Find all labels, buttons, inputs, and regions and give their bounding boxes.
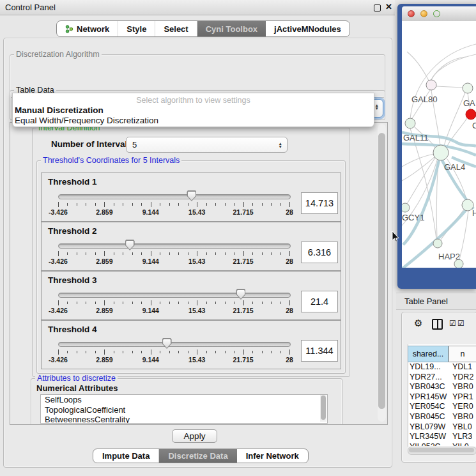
- table-row[interactable]: YIL052CYIL0: [408, 442, 476, 446]
- attribute-item-topologicalcoefficient[interactable]: TopologicalCoefficient: [41, 405, 327, 415]
- table-row[interactable]: YBR043CYBR0: [408, 382, 476, 392]
- close-traffic-light-icon[interactable]: [408, 10, 415, 17]
- mouse-cursor: [392, 231, 399, 243]
- combo-arrows-icon: ▲▼: [375, 104, 379, 110]
- slider-ticks: [58, 300, 289, 306]
- slider-track[interactable]: [58, 293, 291, 298]
- bottom-tab-bar: Impute DataDiscretize DataInfer Network: [93, 449, 309, 463]
- cell-shared-name: YBR045C: [408, 412, 449, 422]
- algorithm-option-manual-discretization[interactable]: Manual Discretization: [15, 105, 104, 115]
- tab-cyni-toolbox[interactable]: Cyni Toolbox: [197, 21, 266, 36]
- cell-name: YDL1: [449, 362, 472, 372]
- apply-button[interactable]: Apply: [172, 429, 217, 443]
- cell-shared-name: YPR145W: [408, 392, 449, 403]
- network-icon: [65, 25, 73, 33]
- slider-thumb[interactable]: [236, 289, 245, 300]
- cell-name: YDR2: [449, 372, 473, 383]
- bottom-tab-impute-data[interactable]: Impute Data: [93, 449, 159, 463]
- cyni-toolbox-panel: Discretization Algorithm ▲▼ Select algor…: [3, 38, 392, 468]
- slider-thumb[interactable]: [162, 338, 172, 349]
- cell-name: YER0: [449, 402, 473, 412]
- float-window-icon[interactable]: [374, 4, 381, 12]
- tab-jactivemnodules[interactable]: jActiveMNodules: [266, 21, 349, 36]
- cell-shared-name: YLR345W: [408, 432, 449, 442]
- bottom-tab-infer-network[interactable]: Infer Network: [237, 449, 308, 463]
- list-scrollbar[interactable]: [320, 395, 326, 422]
- slider-tick-labels: -3.4262.8599.14415.4321.71528: [58, 307, 289, 314]
- threshold-label: Threshold 2: [48, 226, 97, 236]
- threshold-panel-4: Threshold 4-3.4262.8599.14415.4321.71528…: [41, 320, 341, 369]
- split-columns-icon[interactable]: [432, 319, 443, 330]
- slider-ticks: [58, 349, 289, 355]
- node-red[interactable]: [466, 109, 476, 119]
- tab-label: Style: [127, 24, 146, 34]
- node-ga[interactable]: [463, 83, 473, 93]
- node-label-c: C: [472, 121, 476, 130]
- tab-select[interactable]: Select: [155, 21, 197, 36]
- attributes-group: Attributes to discretize Numerical Attri…: [31, 378, 342, 425]
- table-rows: YDL19...YDL1YDR27...YDR2YBR043CYBR0YPR14…: [408, 362, 476, 446]
- node-label-gal11: GAL11: [403, 133, 429, 142]
- table-row[interactable]: YDL19...YDL1: [408, 362, 476, 372]
- checkbox-icon[interactable]: ☑: [457, 319, 464, 328]
- node-label-ga: GA: [463, 98, 475, 108]
- slider-thumb[interactable]: [125, 240, 135, 250]
- algorithm-dropdown-popup: Select algorithm to view settings Manual…: [12, 93, 374, 127]
- minimize-traffic-light-icon[interactable]: [420, 10, 427, 17]
- slider-tick-labels: -3.4262.8599.14415.4321.71528: [58, 356, 289, 364]
- horizontal-scrollbar[interactable]: [408, 447, 476, 455]
- table-row[interactable]: YDR27...YDR2: [408, 372, 476, 383]
- number-of-intervals-combo[interactable]: 5 ▲▼: [126, 137, 288, 153]
- panel-title: Control Panel: [5, 3, 56, 12]
- node-gal11[interactable]: [405, 118, 415, 128]
- settings-scrollbar[interactable]: [378, 124, 386, 422]
- bottom-tab-discretize-data[interactable]: Discretize Data: [159, 449, 236, 463]
- node-gal80[interactable]: [426, 80, 436, 90]
- threshold-value-field[interactable]: 21.4: [301, 291, 338, 312]
- table-row[interactable]: YBR045CYBR0: [408, 412, 476, 422]
- control-panel-titlebar: Control Panel ✕: [0, 0, 395, 15]
- slider-track[interactable]: [58, 342, 291, 347]
- column-header-shared[interactable]: shared...: [408, 346, 449, 362]
- table-panel: ⚙ ☑ ☑ shared... n YDL19...YDL1YDR27...YD…: [401, 312, 476, 463]
- numerical-attributes-label: Numerical Attributes: [36, 383, 118, 393]
- table-row[interactable]: YPR145WYPR1: [408, 392, 476, 403]
- cell-name: YBR0: [449, 412, 473, 422]
- column-header-name[interactable]: n: [449, 346, 476, 362]
- tab-network[interactable]: Network: [57, 21, 118, 36]
- threshold-value-field[interactable]: 6.316: [301, 242, 338, 263]
- node-label-gcy1: GCY1: [402, 213, 424, 222]
- threshold-value-field[interactable]: 14.713: [301, 192, 338, 214]
- table-panel-titlebar: Table Panel: [396, 293, 476, 310]
- network-window-titlebar: [402, 6, 476, 22]
- slider-track[interactable]: [58, 194, 291, 199]
- table-row[interactable]: YBL079WYBL0: [408, 422, 476, 433]
- attribute-item-selfloops[interactable]: SelfLoops: [41, 395, 327, 405]
- cell-shared-name: YIL052C: [408, 442, 449, 446]
- close-icon[interactable]: ✕: [385, 2, 392, 12]
- node-gal4[interactable]: [433, 145, 449, 160]
- zoom-traffic-light-icon[interactable]: [433, 10, 440, 17]
- node-hap2[interactable]: [433, 239, 442, 248]
- cell-shared-name: YBR043C: [408, 382, 449, 392]
- slider-ticks: [58, 251, 289, 257]
- threshold-value-field[interactable]: 11.344: [301, 340, 338, 362]
- node-gcy1[interactable]: [402, 203, 410, 212]
- table-row[interactable]: YER054CYER0: [408, 402, 476, 412]
- threshold-label: Threshold 4: [48, 325, 97, 334]
- node-label-hap2: HAP2: [438, 252, 460, 261]
- node-label-gal80: GAL80: [411, 95, 437, 104]
- attribute-item-betweennesscentrality[interactable]: BetweennessCentrality: [41, 415, 327, 424]
- slider-track[interactable]: [58, 243, 291, 249]
- tab-style[interactable]: Style: [118, 21, 155, 36]
- algorithm-option-equal-width-frequency-discretization[interactable]: Equal Width/Frequency Discretization: [15, 116, 158, 125]
- checkbox-icon[interactable]: ☑: [449, 319, 456, 328]
- gear-icon[interactable]: ⚙: [414, 318, 422, 329]
- table-row[interactable]: YLR345WYLR3: [408, 432, 476, 442]
- cell-shared-name: YBL079W: [408, 422, 449, 433]
- numerical-attributes-list[interactable]: SelfLoopsTopologicalCoefficientBetweenne…: [40, 394, 328, 424]
- network-canvas[interactable]: GAL80GACGAL11GAL4GCY1HHAP2: [402, 21, 476, 268]
- cell-shared-name: YDL19...: [408, 362, 449, 372]
- tab-label: Select: [164, 24, 188, 34]
- slider-thumb[interactable]: [187, 190, 196, 201]
